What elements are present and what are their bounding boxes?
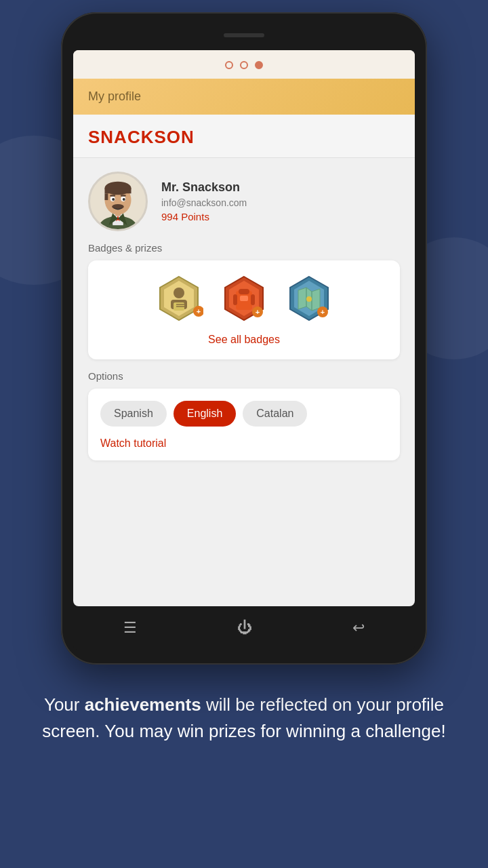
avatar-svg — [90, 173, 146, 230]
svg-point-40 — [306, 296, 312, 302]
back-nav-icon[interactable]: ↩ — [352, 619, 365, 637]
svg-rect-13 — [121, 195, 126, 196]
options-section: Options Spanish English Catalan Watch tu… — [73, 370, 415, 471]
dot-1 — [225, 61, 233, 69]
caption-bold: achievements — [85, 694, 201, 715]
dot-3 — [255, 61, 263, 69]
svg-text:+: + — [256, 308, 260, 316]
phone-screen: My profile SNACKSON — [73, 50, 415, 606]
svg-rect-32 — [240, 296, 248, 301]
badges-card: + — [88, 260, 400, 359]
menu-nav-icon[interactable]: ☰ — [123, 619, 137, 637]
badges-section: Badges & prizes — [73, 242, 415, 370]
lang-button-spanish[interactable]: Spanish — [100, 401, 167, 427]
lang-button-english[interactable]: English — [174, 401, 236, 427]
svg-point-19 — [174, 288, 184, 298]
svg-rect-7 — [104, 193, 108, 200]
user-name: Mr. Snackson — [161, 180, 247, 195]
svg-rect-29 — [239, 289, 249, 294]
svg-point-10 — [112, 198, 115, 201]
badges-row: + — [155, 274, 333, 323]
caption-text: Your achievements will be reflected on y… — [27, 692, 461, 745]
bottom-caption: Your achievements will be reflected on y… — [0, 665, 488, 772]
power-nav-icon[interactable]: ⏻ — [237, 619, 252, 637]
dot-2 — [240, 61, 248, 69]
app-name: SNACKSON — [88, 127, 195, 147]
profile-header: My profile — [73, 79, 415, 115]
profile-header-title: My profile — [88, 90, 141, 103]
user-info-section: Mr. Snackson info@snackson.com 994 Point… — [73, 158, 415, 242]
user-email: info@snackson.com — [161, 197, 247, 208]
svg-rect-30 — [233, 294, 237, 305]
svg-point-14 — [112, 204, 124, 210]
options-card: Spanish English Catalan Watch tutorial — [88, 389, 400, 460]
user-points: 994 Points — [161, 211, 247, 222]
caption-plain1: Your — [44, 694, 85, 715]
see-all-badges-link[interactable]: See all badges — [208, 334, 280, 346]
phone-bottom-bar: ☰ ⏻ ↩ — [73, 606, 415, 650]
phone-speaker — [224, 33, 264, 37]
language-row: Spanish English Catalan — [100, 401, 388, 427]
svg-point-11 — [123, 198, 125, 201]
avatar — [88, 172, 148, 231]
badge-2: + — [220, 274, 268, 323]
svg-rect-6 — [104, 188, 131, 193]
options-section-label: Options — [88, 370, 400, 382]
app-name-bar: SNACKSON — [73, 115, 415, 158]
watch-tutorial-link[interactable]: Watch tutorial — [100, 437, 166, 449]
badge-3: + — [285, 274, 333, 323]
badges-section-label: Badges & prizes — [88, 242, 400, 254]
pagination-dots — [73, 50, 415, 79]
svg-text:+: + — [321, 308, 325, 316]
phone-body: My profile SNACKSON — [61, 12, 427, 665]
phone-device: My profile SNACKSON — [61, 12, 427, 665]
lang-button-catalan[interactable]: Catalan — [243, 401, 307, 427]
svg-text:+: + — [197, 307, 201, 315]
svg-rect-12 — [110, 195, 115, 196]
user-details: Mr. Snackson info@snackson.com 994 Point… — [161, 180, 247, 222]
svg-rect-31 — [251, 294, 255, 305]
phone-top-bar — [73, 24, 415, 46]
badge-1: + — [155, 274, 203, 323]
